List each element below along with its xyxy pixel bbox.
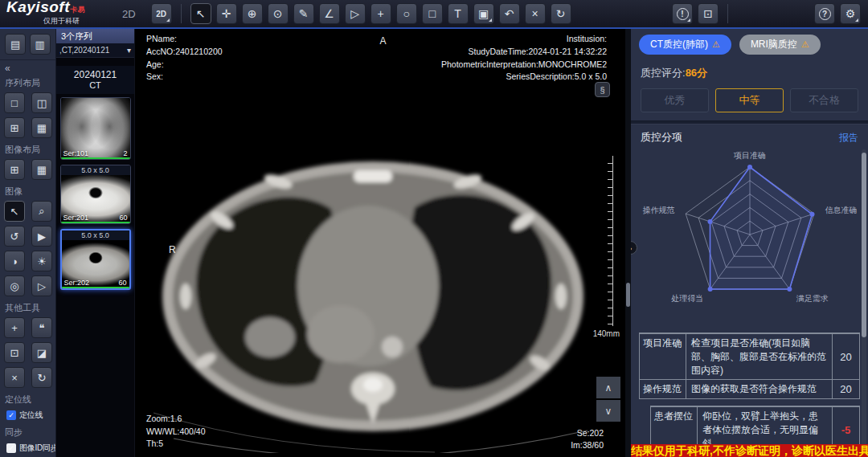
svg-text:项目准确: 项目准确	[733, 151, 766, 160]
series-layout-1x2[interactable]: ◫	[31, 92, 52, 113]
study-info-overlay: Institusion: StudyDateTime:2024-01-21 14…	[441, 33, 607, 84]
series-group-modality: CT	[56, 80, 134, 90]
sidebar-collapse-button[interactable]: «	[0, 60, 55, 74]
measure-line-tool[interactable]: ✎	[293, 3, 314, 24]
series-layout-button[interactable]: ▤	[5, 34, 26, 55]
thumbnail-footer: Ser:101 2	[61, 149, 130, 157]
cine-flag-tool[interactable]: ▶	[31, 226, 52, 247]
info-button[interactable]: !	[672, 3, 693, 24]
delete-annotation-tool[interactable]: ×	[525, 3, 546, 24]
eraser-tool[interactable]: ◪	[31, 342, 52, 363]
series-dropdown-value: ,CT,20240121	[59, 46, 109, 55]
qc-score-table: 项目准确 检查项目是否准确(项目如脑部、胸部、腹部是否在标准的范围内容) 20 …	[639, 333, 860, 399]
save-button[interactable]: ⊡	[698, 3, 719, 24]
pan-tool[interactable]: ✛	[216, 3, 237, 24]
localizer-tool[interactable]: ◎	[4, 275, 25, 296]
detail-search-tool[interactable]: ⊡	[4, 342, 25, 363]
tab-mri-qc[interactable]: MRI脑质控 ⚠	[739, 35, 821, 55]
rect-roi-tool[interactable]: □	[422, 3, 443, 24]
settings-tools: ? ⚙	[812, 3, 863, 24]
rotate-flip-tool[interactable]: ↺	[4, 226, 25, 247]
previous-slice-button[interactable]: ∧	[596, 377, 620, 398]
image-id-sync-checkbox[interactable]: ✓ 图像ID同步	[0, 440, 55, 456]
grade-fail[interactable]: 不合格	[790, 88, 858, 112]
qc-score: 质控评分:86分	[631, 59, 868, 82]
reset-tool-side[interactable]: ↻	[31, 367, 52, 388]
next-slice-button[interactable]: ∨	[596, 400, 620, 422]
settings-gear-button[interactable]: ⚙	[840, 3, 861, 24]
brand-logo: Kayisoft卡易 仅用于科研	[0, 0, 119, 28]
crosshair-tool[interactable]: +	[371, 3, 391, 24]
image-layout-3x3[interactable]: ▦	[31, 159, 52, 180]
photometric: PhotometricInterpretation:MONOCHROME2	[441, 59, 607, 71]
qc-score-value: 86分	[686, 67, 707, 79]
report-link[interactable]: 报告	[839, 131, 858, 145]
help-button[interactable]: ?	[814, 3, 835, 24]
cursor-tool-side[interactable]: ↖	[4, 201, 25, 222]
text-annotation-tool[interactable]: T	[448, 3, 469, 24]
thumbnail-image	[61, 98, 130, 157]
target-tool[interactable]: ⊙	[268, 3, 289, 24]
grade-medium[interactable]: 中等	[715, 88, 784, 112]
series-count-header: 3个序列	[56, 29, 134, 43]
panel-scrollbar-thumb[interactable]	[862, 153, 866, 337]
series-description: SeriesDescription:5.0 x 5.0	[441, 71, 607, 84]
grade-buttons: 优秀 中等 不合格	[641, 88, 858, 112]
window-preset-tool[interactable]: ▣	[473, 3, 494, 24]
zoom-level: Zoom:1.6	[146, 413, 206, 426]
qc-item-score: 20	[832, 380, 859, 398]
angle-tool[interactable]: ∠	[319, 3, 340, 24]
reset-tool[interactable]: ↻	[551, 3, 571, 24]
series-number: Se:202	[571, 427, 604, 440]
thumbnail-footer: Ser:201 60	[61, 214, 130, 222]
tab-ct-qc[interactable]: CT质控(肺部) ⚠	[639, 35, 731, 55]
thumbnail-image-count: 60	[119, 214, 127, 222]
cursor-tool[interactable]: ↖	[190, 3, 211, 24]
grade-excellent[interactable]: 优秀	[641, 88, 709, 112]
zoom-in-tool[interactable]: ⊕	[242, 3, 263, 24]
play-cine-tool[interactable]: ▷	[31, 275, 52, 296]
link-icon: §	[600, 85, 604, 95]
chevron-down-icon: ▾	[127, 46, 131, 55]
qc-score-label: 质控评分:	[641, 67, 686, 79]
slice-scrollbar-thumb[interactable]	[626, 283, 630, 307]
qc-item-desc: 检查项目是否准确(项目如脑部、胸部、腹部是否在标准的范围内容)	[686, 334, 832, 379]
probe-tool[interactable]: ▷	[345, 3, 366, 24]
magnifier-tool[interactable]: ⌕	[31, 201, 52, 222]
series-layout-2x2[interactable]: ⊞	[4, 117, 25, 138]
image-number: Im:38/60	[571, 439, 604, 452]
undo-tool[interactable]: ↶	[499, 3, 520, 24]
series-dropdown[interactable]: ,CT,20240121 ▾	[56, 43, 134, 58]
scale-ruler	[608, 156, 613, 326]
link-series-button[interactable]: §	[595, 82, 610, 97]
add-tool[interactable]: +	[4, 317, 25, 338]
panel-scrollbar[interactable]	[862, 149, 866, 457]
brand-name: Kayisoft卡易	[6, 0, 85, 15]
sex: Sex:	[146, 71, 223, 84]
series-thumbnail[interactable]: 5.0 x 5.0 Ser:201 60	[60, 165, 131, 224]
delete-tool-side[interactable]: ×	[4, 367, 25, 388]
report-clipboard-button[interactable]: ▥	[30, 34, 51, 55]
series-thumbnail[interactable]: Ser:101 2	[60, 97, 131, 160]
image-layout-2x2[interactable]: ⊞	[4, 159, 25, 180]
svg-text:处理得当: 处理得当	[671, 294, 703, 303]
image-layout-tools: ⊞▦	[0, 157, 55, 182]
mode-2d-button[interactable]: 2D	[151, 3, 172, 24]
slice-scrollbar[interactable]	[625, 29, 631, 457]
qc-radar-chart: 项目准确信息准确满足需求处理得当操作规范	[631, 146, 868, 329]
series-layout-1x1[interactable]: □	[4, 92, 25, 113]
series-thumbnail[interactable]: 5.0 x 5.0 Ser:202 60	[60, 229, 131, 290]
qc-item-score: 20	[832, 334, 859, 379]
comment-tool[interactable]: ❝	[31, 317, 52, 338]
locator-line-checkbox[interactable]: ✓ 定位线	[0, 407, 55, 423]
invert-contrast-tool[interactable]: ◑	[4, 251, 25, 271]
series-layout-3x3[interactable]: ▦	[31, 117, 52, 138]
ellipse-roi-tool[interactable]: ○	[396, 3, 417, 24]
brightness-tool[interactable]: ☀	[31, 251, 52, 271]
series-layout-tools: □◫⊞▦	[0, 91, 55, 141]
orientation-marker-right: R	[169, 244, 176, 255]
thumbnail-loaded-bar	[61, 157, 130, 159]
series-group-label: 20240121 CT	[56, 66, 134, 94]
thumbnail-series-number: Ser:201	[63, 214, 89, 222]
ct-viewport[interactable]: PName: AccNO:2401210200 Age: Sex: Instit…	[135, 29, 631, 457]
